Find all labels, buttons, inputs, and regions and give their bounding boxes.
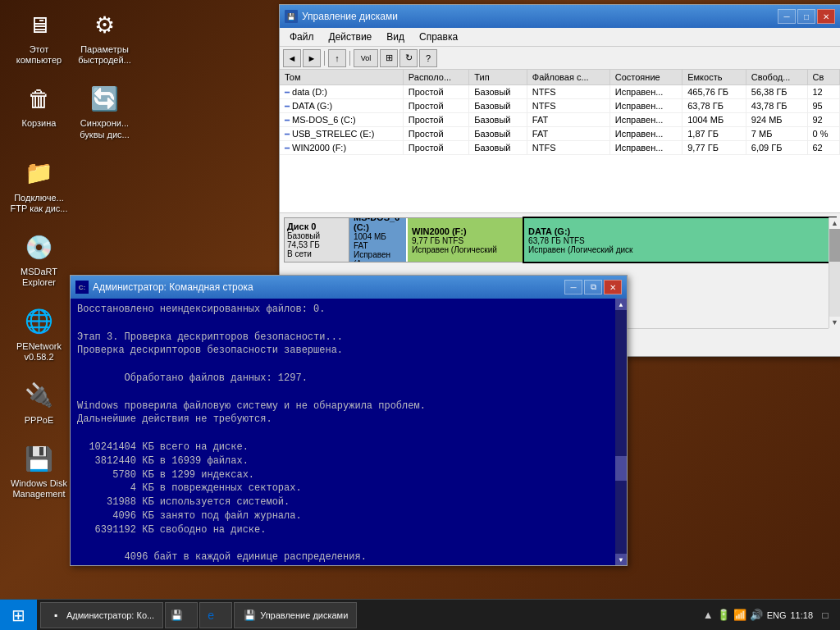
desktop-icon-pppoe[interactable]: 🔌 PPPoE <box>8 379 70 426</box>
tray-lang[interactable]: ENG <box>767 610 787 620</box>
start-button[interactable]: ⊞ <box>0 600 37 631</box>
table-row[interactable]: ━ DATA (G:) Простой Базовый NTFS Исправе… <box>280 99 840 113</box>
up-button[interactable]: ↑ <box>328 49 346 67</box>
desktop-icon-ftp[interactable]: 📁 Подключе...FTP как дис... <box>8 157 70 214</box>
taskbar-item-cmd[interactable]: ▪ Администратор: Ко... <box>40 602 163 628</box>
tray-volume-icon[interactable]: 🔊 <box>750 609 763 621</box>
cell-location: Простой <box>403 113 469 127</box>
menu-view[interactable]: Вид <box>380 30 411 44</box>
desktop-icon-sync[interactable]: 🔄 Синхрони...буквы дис... <box>74 82 135 139</box>
desktop-icon-wdm[interactable]: 💾 Windows DiskManagement <box>8 442 70 500</box>
desktop-icon-label: Этоткомпьютер <box>16 44 62 66</box>
maximize-button[interactable]: □ <box>797 9 815 24</box>
cell-status: Исправен... <box>609 141 682 155</box>
desktop-icon-my-computer[interactable]: 🖥 Этоткомпьютер <box>8 8 70 66</box>
cmd-scroll-thumb[interactable] <box>615 456 627 481</box>
close-button[interactable]: ✕ <box>817 9 835 24</box>
disk0-type: Базовый <box>287 231 346 240</box>
cell-capacity: 1004 МБ <box>682 113 746 127</box>
col-free[interactable]: Свобод... <box>746 70 807 85</box>
properties-button[interactable]: ⊞ <box>380 49 398 67</box>
help-button[interactable]: ? <box>419 49 437 67</box>
clock[interactable]: 11:18 <box>790 610 813 620</box>
cmd-text: Восстановлено неиндексированных файлов: … <box>77 303 620 565</box>
minimize-button[interactable]: ─ <box>778 9 796 24</box>
cell-fs: FAT <box>527 113 609 127</box>
cell-pct: 95 <box>807 99 840 113</box>
forward-button[interactable]: ► <box>303 49 321 67</box>
menu-file[interactable]: Файл <box>283 30 321 44</box>
taskbar: ⊞ ▪ Администратор: Ко... 💾 e 💾 Управлени… <box>0 599 840 630</box>
cmd-scroll-up[interactable]: ▲ <box>615 299 627 310</box>
recycle-icon: 🗑 <box>23 82 56 115</box>
disk-scroll-bar[interactable]: ▲ ▼ <box>829 217 840 328</box>
partition-f[interactable]: WIN2000 (F:) 9,77 ГБ NTFS Исправен (Логи… <box>408 218 524 262</box>
disk-mgmt-titlebar[interactable]: 💾 Управление дисками ─ □ ✕ <box>280 5 840 28</box>
cell-fs: FAT <box>527 127 609 141</box>
desktop-icon-recycle[interactable]: 🗑 Корзина <box>8 82 70 139</box>
desktop-icon-label: Корзина <box>22 118 57 129</box>
scroll-thumb[interactable] <box>829 229 841 262</box>
col-volume[interactable]: Том <box>280 70 403 85</box>
partition-c[interactable]: MS-DOS_6 (C:) 1004 МБ FAT Исправен (Акти… <box>349 218 408 262</box>
col-capacity[interactable]: Емкость <box>682 70 746 85</box>
col-type[interactable]: Тип <box>469 70 527 85</box>
cmd-content[interactable]: Восстановлено неиндексированных файлов: … <box>71 299 627 565</box>
taskbar-item-disk-icon[interactable]: 💾 <box>165 602 198 628</box>
col-status[interactable]: Состояние <box>609 70 682 85</box>
table-row[interactable]: ━ USB_STRELEC (E:) Простой Базовый FAT И… <box>280 127 840 141</box>
cell-location: Простой <box>403 85 469 99</box>
cmd-scroll-down[interactable]: ▼ <box>615 554 627 565</box>
notification-center-button[interactable]: □ <box>817 607 833 623</box>
desktop-icon-label: Параметрыбыстродей... <box>78 44 131 66</box>
desktop-icon-penetwork[interactable]: 🌐 PENetworkv0.58.2 <box>8 305 70 363</box>
col-pct[interactable]: Св <box>807 70 840 85</box>
desktop-icon-label: Подключе...FTP как дис... <box>11 193 68 214</box>
cell-status: Исправен... <box>609 99 682 113</box>
ftp-icon: 📁 <box>23 157 56 189</box>
desktop-icon-settings[interactable]: ⚙ Параметрыбыстродей... <box>74 8 135 66</box>
taskbar-item-diskmgmt[interactable]: 💾 Управление дисками <box>234 602 357 628</box>
cell-volume: ━ data (D:) <box>280 85 403 99</box>
diskmgmt-taskbar-icon: 💾 <box>243 609 256 622</box>
col-location[interactable]: Располо... <box>403 70 469 85</box>
tray-battery-icon[interactable]: 🔋 <box>717 609 730 621</box>
col-fs[interactable]: Файловая с... <box>527 70 609 85</box>
disk0-label: Диск 0 Базовый 74,53 ГБ В сети <box>284 217 349 262</box>
menu-help[interactable]: Справка <box>413 30 464 44</box>
table-row[interactable]: ━ data (D:) Простой Базовый NTFS Исправе… <box>280 85 840 99</box>
tray-network-icon[interactable]: 📶 <box>733 609 746 621</box>
disk0-status: В сети <box>287 249 346 258</box>
cell-type: Базовый <box>469 127 527 141</box>
back-button[interactable]: ◄ <box>283 49 301 67</box>
cell-capacity: 1,87 ГБ <box>682 127 746 141</box>
cmd-controls: ─ ⧉ ✕ <box>564 280 622 294</box>
taskbar-item-ie[interactable]: e <box>199 602 232 628</box>
new-volume-button[interactable]: Vol <box>354 49 378 67</box>
refresh-button[interactable]: ↻ <box>399 49 418 67</box>
cell-type: Базовый <box>469 141 527 155</box>
computer-icon: 🖥 <box>23 8 56 41</box>
partition-g[interactable]: DATA (G:) 63,78 ГБ NTFS Исправен (Логиче… <box>524 218 835 262</box>
cmd-scrollbar[interactable]: ▲ ▼ <box>615 299 627 565</box>
cmd-restore-button[interactable]: ⧉ <box>584 280 602 294</box>
menu-action[interactable]: Действие <box>322 30 379 44</box>
desktop-icon-label: MSDaRTExplorer <box>21 267 57 288</box>
table-row[interactable]: ━ WIN2000 (F:) Простой Базовый NTFS Испр… <box>280 141 840 155</box>
cell-volume: ━ WIN2000 (F:) <box>280 141 403 155</box>
cell-volume: ━ MS-DOS_6 (C:) <box>280 113 403 127</box>
table-row[interactable]: ━ MS-DOS_6 (C:) Простой Базовый FAT Испр… <box>280 113 840 127</box>
cmd-titlebar[interactable]: C: Администратор: Командная строка ─ ⧉ ✕ <box>71 276 627 299</box>
cell-pct: 0 % <box>807 127 840 141</box>
ie-taskbar-icon: e <box>204 609 217 622</box>
desktop-icon-msdart[interactable]: 💿 MSDaRTExplorer <box>8 231 70 288</box>
disk0-row: Диск 0 Базовый 74,53 ГБ В сети MS-DOS_6 … <box>284 217 836 262</box>
scroll-up-btn[interactable]: ▲ <box>829 217 840 229</box>
tray-expand-icon[interactable]: ▲ <box>703 609 714 621</box>
scroll-down-btn[interactable]: ▼ <box>829 317 840 328</box>
cmd-minimize-button[interactable]: ─ <box>564 280 582 294</box>
cmd-close-button[interactable]: ✕ <box>604 280 622 294</box>
pppoe-icon: 🔌 <box>23 379 56 412</box>
disk0-size: 74,53 ГБ <box>287 240 346 249</box>
disk0-name: Диск 0 <box>287 221 346 231</box>
